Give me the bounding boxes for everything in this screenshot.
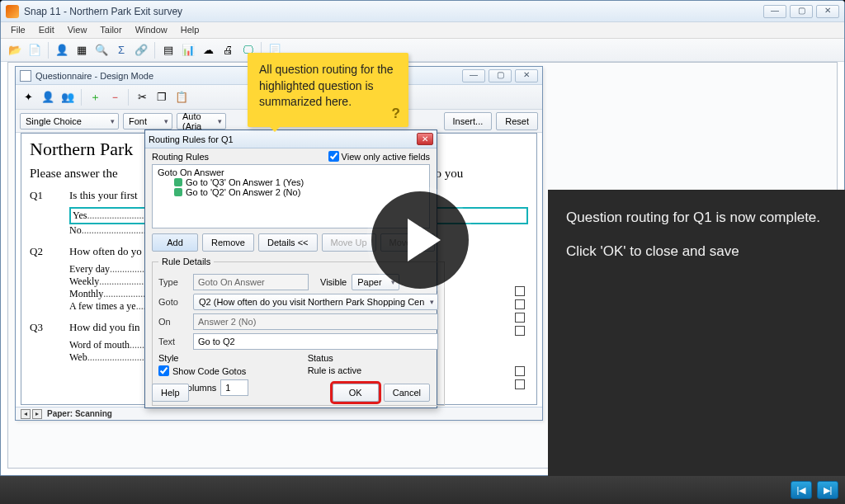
remove-button[interactable]: Remove <box>202 233 254 252</box>
tree-root[interactable]: Goto On Answer <box>158 167 424 177</box>
text-field[interactable]: Go to Q2 <box>193 333 438 350</box>
on-label: On <box>158 317 188 327</box>
grid-icon[interactable]: ▤ <box>159 41 177 59</box>
define-icon[interactable]: Σ <box>112 41 130 59</box>
player-next-button[interactable]: ▶| <box>817 481 838 499</box>
q2-id: Q2 <box>30 245 69 258</box>
style-label: Style <box>158 353 290 363</box>
maximize-button[interactable]: ▢ <box>790 5 813 18</box>
player-bar: |◀ ▶| <box>0 476 845 504</box>
routing-bottom-buttons: Help OK Cancel <box>145 378 437 407</box>
far-check-1[interactable] <box>515 286 525 296</box>
text-label: Text <box>158 337 188 346</box>
copy-icon[interactable]: ❐ <box>153 88 171 106</box>
q-close-button[interactable]: ✕ <box>515 69 538 82</box>
q1-id: Q1 <box>30 189 69 202</box>
cut-icon[interactable]: ✂ <box>133 88 151 106</box>
menu-window[interactable]: Window <box>129 22 174 38</box>
visible-label: Visible <box>320 277 347 287</box>
routing-title: Routing Rules for Q1 <box>149 134 234 144</box>
minus-icon[interactable]: － <box>106 88 124 106</box>
status-value: Rule is active <box>308 365 439 375</box>
table-icon[interactable]: ▦ <box>73 41 91 59</box>
goto-label: Goto <box>158 297 188 307</box>
paste-icon[interactable]: 📋 <box>172 88 191 106</box>
combo-type-label: Single Choice <box>26 116 82 126</box>
show-code-gotos-checkbox[interactable]: Show Code Gotos <box>158 365 290 376</box>
menu-view[interactable]: View <box>61 22 94 38</box>
app-title: Snap 11 - Northern Park Exit survey <box>24 6 182 17</box>
menu-edit[interactable]: Edit <box>32 22 61 38</box>
cloud-icon[interactable]: ☁ <box>199 41 217 59</box>
ok-button[interactable]: OK <box>333 384 379 402</box>
print-icon[interactable]: 🖨 <box>219 41 237 59</box>
far-check-4[interactable] <box>515 326 525 336</box>
help-button[interactable]: Help <box>152 384 189 402</box>
far-check-3[interactable] <box>515 313 525 323</box>
status-prev-icon[interactable]: ◂ <box>21 409 31 419</box>
player-prev-button[interactable]: |◀ <box>791 481 812 499</box>
zoom-icon[interactable]: 🔍 <box>92 41 111 59</box>
plus-icon[interactable]: ＋ <box>86 88 104 106</box>
view-active-label: View only active fields <box>342 152 430 162</box>
q3-id: Q3 <box>30 321 69 334</box>
question-type-combo[interactable]: Single Choice <box>20 113 119 130</box>
view-active-input[interactable] <box>328 151 339 162</box>
questionnaire-title: Questionnaire - Design Mode <box>35 71 153 81</box>
people-icon[interactable]: 👥 <box>59 88 77 106</box>
tree-item-1[interactable]: Go to 'Q3' On Answer 1 (Yes) <box>174 177 424 187</box>
close-button[interactable]: ✕ <box>816 5 839 18</box>
show-code-gotos-label: Show Code Gotos <box>172 366 246 376</box>
menu-help[interactable]: Help <box>174 22 206 38</box>
type-field: Goto On Answer <box>193 274 309 290</box>
status-next-icon[interactable]: ▸ <box>32 409 42 419</box>
instruction-line-2: Click 'OK' to close and save <box>566 242 827 262</box>
tree-item-2[interactable]: Go to 'Q2' On Answer 2 (No) <box>174 187 424 197</box>
q-maximize-button[interactable]: ▢ <box>489 69 512 82</box>
moveup-button[interactable]: Move Up <box>322 233 376 252</box>
chart-icon[interactable]: 📊 <box>179 41 197 59</box>
routing-close-icon[interactable]: ✕ <box>417 133 433 145</box>
play-button[interactable] <box>371 191 469 289</box>
rule-details-legend: Rule Details <box>158 257 214 266</box>
titlebar: Snap 11 - Northern Park Exit survey — ▢ … <box>1 1 844 22</box>
details-button[interactable]: Details << <box>258 233 318 252</box>
instruction-line-1: Question routing for Q1 is now complete. <box>566 208 827 228</box>
link-icon[interactable]: 🔗 <box>132 41 150 59</box>
view-active-checkbox[interactable]: View only active fields <box>328 151 430 162</box>
reset-button[interactable]: Reset <box>496 112 538 130</box>
far-check-2[interactable] <box>515 299 525 309</box>
open-icon[interactable]: 📂 <box>6 41 24 59</box>
menubar: File Edit View Tailor Window Help <box>1 22 844 39</box>
routing-section-label: Routing Rules <box>152 152 209 162</box>
callout-help-icon[interactable]: ? <box>392 104 400 124</box>
new-icon[interactable]: ✦ <box>19 88 37 106</box>
q-minimize-button[interactable]: — <box>462 69 485 82</box>
goto-combo[interactable]: Q2 (How often do you visit Northern Park… <box>193 294 438 310</box>
far-check-6[interactable] <box>515 379 525 389</box>
person-icon[interactable]: 👤 <box>53 41 71 59</box>
font-combo[interactable]: Auto (Aria <box>177 113 226 130</box>
on-field: Answer 2 (No) <box>193 313 438 330</box>
status-text: Paper: Scanning <box>47 409 112 418</box>
font-label: Font <box>129 116 147 126</box>
survey-intro: Please answer the <box>30 167 118 180</box>
font-label-combo[interactable]: Font <box>123 113 172 130</box>
cancel-button[interactable]: Cancel <box>384 384 430 402</box>
menu-tailor[interactable]: Tailor <box>93 22 128 38</box>
app-icon <box>6 5 19 18</box>
minimize-button[interactable]: — <box>763 5 786 18</box>
person-red-icon[interactable]: 👤 <box>39 88 57 106</box>
menu-file[interactable]: File <box>4 22 32 38</box>
callout-text: All question routing for the highlighted… <box>259 63 394 108</box>
doc-icon <box>20 70 31 82</box>
routing-titlebar: Routing Rules for Q1 ✕ <box>145 130 437 148</box>
questionnaire-statusbar: ◂ ▸ Paper: Scanning <box>16 407 542 420</box>
main-toolbar: 📂 📄 👤 ▦ 🔍 Σ 🔗 ▤ 📊 ☁ 🖨 🖵 📃 <box>1 39 844 62</box>
add-button[interactable]: Add <box>152 233 198 252</box>
doc-icon[interactable]: 📄 <box>26 41 44 59</box>
far-check-5[interactable] <box>515 366 525 376</box>
font-name: Auto (Aria <box>182 111 212 131</box>
insert-button[interactable]: Insert... <box>444 112 493 130</box>
show-code-gotos-input[interactable] <box>158 365 169 376</box>
